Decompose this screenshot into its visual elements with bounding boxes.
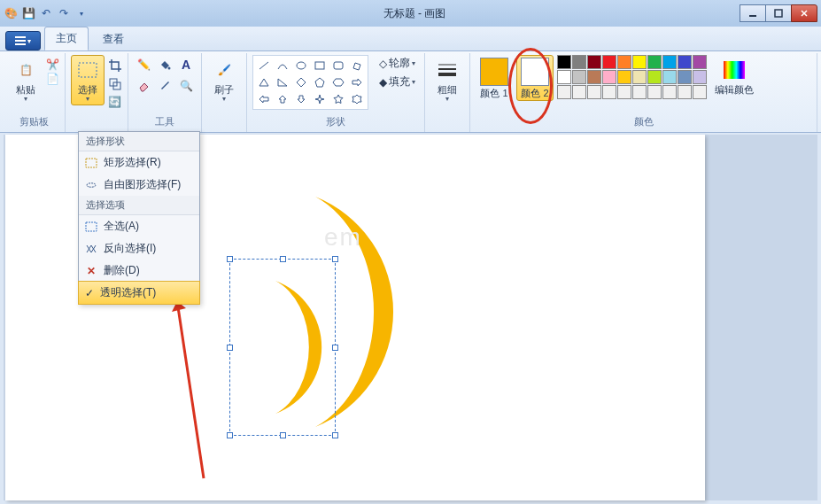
menu-delete[interactable]: ✕ 删除(D) — [79, 260, 199, 282]
arrow-down-icon[interactable] — [292, 91, 310, 107]
handle-w[interactable] — [227, 345, 233, 351]
color-swatch[interactable] — [647, 70, 662, 84]
paste-button[interactable]: 📋 粘贴 ▾ — [9, 55, 43, 105]
shape-outline-button[interactable]: ◇轮廓▾ — [376, 55, 419, 72]
menu-invert-select[interactable]: 反向选择(I) — [79, 237, 199, 260]
handle-ne[interactable] — [332, 256, 338, 262]
oval-icon[interactable] — [292, 58, 310, 74]
color-swatch[interactable] — [557, 85, 571, 99]
pencil-icon[interactable]: ✏️ — [134, 55, 153, 74]
line-icon[interactable] — [255, 58, 273, 74]
copy-icon[interactable]: 📄 — [46, 73, 59, 85]
shape-fill-button[interactable]: ◆填充▾ — [376, 74, 419, 90]
star4-icon[interactable] — [311, 91, 329, 107]
color-swatch[interactable] — [602, 85, 616, 99]
chevron-down-icon: ▾ — [222, 95, 226, 103]
triangle-icon[interactable] — [255, 74, 273, 90]
color-swatch[interactable] — [587, 85, 601, 99]
svg-rect-18 — [724, 61, 745, 79]
bucket-icon[interactable] — [155, 55, 174, 74]
color2-button[interactable]: 颜色 2 — [516, 55, 554, 101]
color-swatch[interactable] — [678, 55, 692, 69]
pentagon-icon[interactable] — [311, 74, 329, 90]
color-swatch[interactable] — [662, 70, 677, 84]
handle-se[interactable] — [332, 432, 338, 438]
color1-button[interactable]: 颜色 1 — [476, 55, 513, 101]
handle-s[interactable] — [280, 432, 286, 438]
color-swatch[interactable] — [693, 70, 707, 84]
qat-more-icon[interactable]: ▾ — [74, 6, 89, 20]
curve-icon[interactable] — [274, 58, 291, 74]
shapes-gallery[interactable] — [252, 55, 368, 110]
color-swatch[interactable] — [632, 70, 647, 84]
handle-e[interactable] — [332, 345, 338, 351]
color-swatch[interactable] — [632, 85, 647, 99]
dropdown-header-options: 选择选项 — [79, 196, 199, 215]
color-swatch[interactable] — [602, 55, 616, 69]
selection-rectangle[interactable] — [229, 259, 336, 436]
color-swatch[interactable] — [678, 85, 692, 99]
color-swatch[interactable] — [647, 85, 662, 99]
size-button[interactable]: 粗细 ▾ — [430, 55, 464, 105]
menu-free-select[interactable]: 自由图形选择(F) — [79, 174, 199, 196]
color-swatch[interactable] — [632, 55, 647, 69]
star6-icon[interactable] — [348, 91, 366, 107]
color-swatch[interactable] — [602, 70, 616, 84]
delete-icon: ✕ — [84, 264, 98, 278]
color-swatch[interactable] — [647, 55, 662, 69]
menu-select-all[interactable]: 全选(A) — [79, 215, 199, 237]
diamond-icon[interactable] — [292, 74, 310, 90]
eraser-icon[interactable] — [134, 76, 153, 96]
polygon-icon[interactable] — [348, 58, 366, 74]
menu-rect-select[interactable]: 矩形选择(R) — [79, 151, 199, 174]
eyedropper-icon[interactable] — [155, 76, 174, 96]
minimize-button[interactable] — [740, 4, 766, 22]
tab-view[interactable]: 查看 — [92, 28, 135, 50]
color-swatch[interactable] — [617, 85, 631, 99]
color-swatch[interactable] — [662, 85, 677, 99]
color-swatch[interactable] — [572, 70, 586, 84]
save-icon[interactable]: 💾 — [21, 6, 35, 20]
select-button[interactable]: 选择 ▾ — [71, 55, 105, 105]
close-button[interactable] — [791, 4, 817, 22]
maximize-button[interactable] — [765, 4, 792, 22]
color-swatch[interactable] — [587, 70, 601, 84]
hexagon-icon[interactable] — [329, 74, 347, 90]
rect-icon[interactable] — [311, 58, 329, 74]
menu-transparent-select[interactable]: ✓ 透明选择(T) — [78, 281, 200, 305]
color-swatch[interactable] — [617, 70, 631, 84]
rotate-icon[interactable]: 🔄 — [108, 96, 122, 108]
tab-home[interactable]: 主页 — [44, 27, 89, 50]
color-swatch[interactable] — [617, 55, 631, 69]
color-palette[interactable] — [557, 55, 707, 99]
arrow-right-icon[interactable] — [348, 74, 366, 90]
redo-icon[interactable]: ↷ — [57, 6, 71, 20]
magnifier-icon[interactable]: 🔍 — [176, 76, 196, 96]
color-swatch[interactable] — [587, 55, 601, 69]
handle-n[interactable] — [280, 256, 286, 262]
handle-sw[interactable] — [227, 432, 233, 438]
arrow-left-icon[interactable] — [255, 91, 273, 107]
handle-nw[interactable] — [227, 256, 233, 262]
star5-icon[interactable] — [329, 91, 347, 107]
rtriangle-icon[interactable] — [274, 74, 291, 90]
resize-icon[interactable] — [108, 77, 122, 94]
brushes-button[interactable]: 🖌️ 刷子 ▾ — [207, 55, 241, 105]
arrow-up-icon[interactable] — [274, 91, 291, 107]
cut-icon[interactable]: ✂️ — [46, 58, 59, 71]
color-swatch[interactable] — [557, 55, 571, 69]
crop-icon[interactable] — [108, 58, 122, 75]
color-swatch[interactable] — [693, 85, 707, 99]
svg-point-12 — [297, 62, 306, 69]
color-swatch[interactable] — [572, 85, 586, 99]
color-swatch[interactable] — [557, 70, 571, 84]
edit-colors-button[interactable]: 编辑颜色 — [710, 55, 758, 97]
color-swatch[interactable] — [693, 55, 707, 69]
color-swatch[interactable] — [662, 55, 677, 69]
text-icon[interactable]: A — [176, 55, 196, 74]
color-swatch[interactable] — [572, 55, 586, 69]
color-swatch[interactable] — [678, 70, 692, 84]
file-menu-button[interactable]: ▾ — [5, 31, 41, 50]
undo-icon[interactable]: ↶ — [39, 6, 53, 20]
roundrect-icon[interactable] — [329, 58, 347, 74]
